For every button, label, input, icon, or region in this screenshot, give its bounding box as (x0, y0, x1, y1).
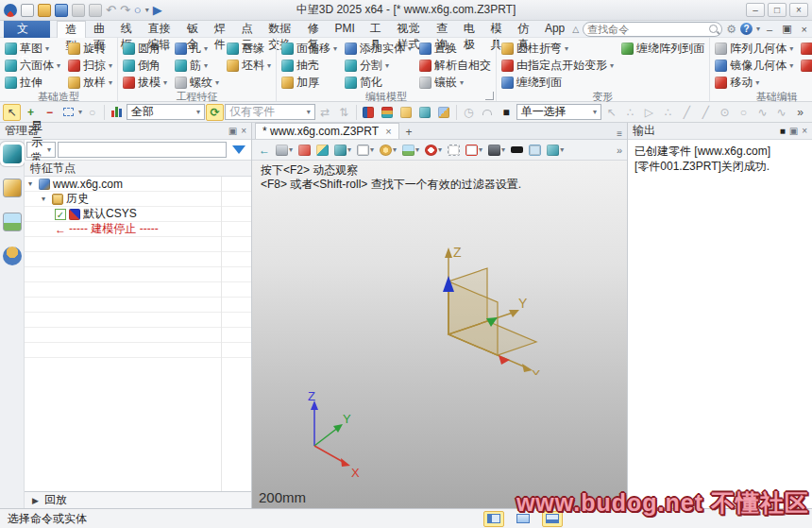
tree-column-header[interactable]: 特征节点 (25, 161, 251, 177)
fillet-button[interactable]: 圆角▾ (121, 40, 169, 57)
erase-icon[interactable] (296, 142, 313, 159)
wrap-pattern-to-face-button[interactable]: 缠绕阵列到面 (619, 40, 706, 57)
file-menu-button[interactable]: 文件(F) (4, 21, 50, 38)
undo-icon[interactable]: ↶ (106, 4, 116, 17)
box-button[interactable]: 六面体▾ (3, 57, 62, 74)
close-button[interactable]: × (789, 3, 808, 17)
display-mode-icon[interactable]: ▾ (332, 142, 353, 159)
stop-record-icon[interactable]: ■ (498, 104, 516, 121)
output-float-button[interactable]: ▣ (789, 126, 798, 136)
graphics-canvas[interactable]: 按下<F2> 动态观察 <F8> 或者<Shift-roll> 查找下一个有效的… (252, 161, 627, 508)
replace-button[interactable]: 置换 (417, 40, 493, 57)
lip-button[interactable]: 唇缘 (225, 40, 273, 57)
move-button[interactable]: 移动▾ (713, 74, 795, 91)
tree-row-csys[interactable]: ✓ 默认CSYS (25, 207, 251, 222)
face-offset-button[interactable]: 面偏移▾ (279, 40, 339, 57)
history-clock-icon[interactable]: ◷ (460, 104, 478, 121)
divide-button[interactable]: 分割▾ (343, 57, 414, 74)
lasso-select-icon[interactable]: ○ (83, 104, 101, 121)
pattern-geometry-button[interactable]: 阵列几何体▾ (713, 40, 795, 57)
tab-sheet-metal[interactable]: 钣金 (179, 21, 207, 38)
open-file-button[interactable] (38, 4, 51, 17)
spline-tool-icon[interactable]: ∿ (753, 104, 771, 121)
tab-tools[interactable]: 工具 (363, 21, 390, 38)
revolve-button[interactable]: 旋转 (66, 40, 114, 57)
regen-icon[interactable]: ○ (134, 4, 142, 17)
tab-inquire[interactable]: 查询 (429, 21, 456, 38)
checkbox-checked-icon[interactable]: ✓ (55, 209, 66, 220)
layers-icon[interactable] (379, 104, 397, 121)
circle-center-tool-icon[interactable]: ⊙ (716, 104, 734, 121)
tab-close-icon[interactable]: × (385, 126, 391, 137)
dialog-launcher-icon[interactable] (485, 92, 494, 100)
filter-all-combo[interactable]: 全部▾ (127, 104, 205, 120)
tab-visual-style[interactable]: 视觉样式 (390, 21, 429, 38)
toolbar-overflow-icon[interactable]: » (791, 104, 809, 121)
role-manager-icon[interactable] (3, 247, 22, 265)
bookmark-icon[interactable] (360, 104, 378, 121)
new-file-button[interactable] (21, 4, 34, 17)
quick-play-icon[interactable]: ▶ (153, 4, 162, 17)
exit-view-icon[interactable]: ← (257, 142, 272, 159)
history-manager-icon[interactable] (3, 145, 22, 163)
display-mode-combo[interactable]: 显示常用▾ (26, 142, 56, 158)
tree-row-modeling-stop[interactable]: ← ----- 建模停止 ----- (25, 222, 251, 237)
visual-manager-icon[interactable] (3, 213, 22, 231)
expander-icon[interactable]: ▾ (28, 179, 36, 188)
settings-gear-icon[interactable]: ⚙ (726, 23, 736, 36)
new-tab-button[interactable]: + (399, 126, 419, 139)
csys-triad[interactable]: Z Y X (403, 238, 568, 375)
line-tool-icon[interactable]: ╱ (678, 104, 696, 121)
deform-from-point-button[interactable]: 由指定点开始变形▾ (499, 57, 616, 74)
help-icon[interactable]: ? (740, 23, 753, 35)
minimize-button[interactable]: – (746, 3, 765, 17)
tab-shape[interactable]: 造型 (57, 21, 86, 38)
thicken-button[interactable]: 加厚 (279, 74, 339, 91)
gallery-icon[interactable] (435, 104, 453, 121)
chevron-down-icon[interactable]: ▾ (145, 6, 149, 14)
layer-folder-icon[interactable] (398, 104, 415, 121)
restore-button[interactable]: □ (768, 3, 787, 17)
align-plane-icon[interactable]: ▾ (464, 142, 484, 159)
x-axis-cone[interactable] (499, 355, 510, 365)
shade-box-icon[interactable] (314, 142, 330, 159)
assembly-manager-icon[interactable] (3, 179, 22, 197)
extrude-button[interactable]: 拉伸 (3, 74, 62, 91)
tab-mold[interactable]: 模具 (482, 21, 510, 38)
edge-display-icon[interactable] (509, 142, 525, 159)
chevron-down-icon[interactable]: ▾ (78, 108, 82, 116)
toggle-manager-panel-icon[interactable] (483, 511, 504, 527)
filter-funnel-icon[interactable] (232, 145, 245, 154)
tab-surface[interactable]: 曲面 (86, 21, 113, 38)
shadow-mode-icon[interactable]: ▾ (486, 142, 507, 159)
manager-float-button[interactable]: ▣ (228, 126, 237, 136)
expander-icon[interactable]: ▾ (42, 195, 49, 203)
tab-overflow-icon[interactable]: ≡ (612, 128, 627, 139)
playback-bar[interactable]: ▶ 回放 (25, 491, 251, 508)
point-snap-icon[interactable]: ∴ (621, 104, 639, 121)
add-solid-button[interactable]: 添加实体▾ (343, 40, 414, 57)
save-button[interactable] (55, 4, 68, 17)
tab-electrode[interactable]: 电极 (456, 21, 483, 38)
manager-close-button[interactable]: × (241, 126, 246, 136)
output-dock-icon[interactable]: ■ (780, 126, 786, 136)
tab-simulation[interactable]: 仿真 (510, 21, 537, 38)
tab-pmi[interactable]: PMI (327, 21, 362, 38)
wireframe-icon[interactable]: ▾ (355, 142, 376, 159)
command-search-input[interactable] (587, 24, 709, 35)
thread-button[interactable]: 螺纹▾ (173, 74, 221, 91)
redo-icon[interactable]: ↷ (120, 4, 130, 17)
tree-row-history[interactable]: ▾ 历史 (25, 192, 251, 207)
inlay-button[interactable]: 镶嵌▾ (417, 74, 493, 91)
pick-disabled-icon[interactable]: ↖ (602, 104, 620, 121)
scale-button[interactable]: 缩放 (799, 57, 812, 74)
swap-horizontal-icon[interactable]: ⇄ (316, 104, 334, 121)
output-close-button[interactable]: × (802, 126, 807, 136)
shell-button[interactable]: 抽壳 (279, 57, 339, 74)
open-multi-button[interactable] (72, 4, 85, 17)
tree-search-input[interactable] (58, 142, 227, 158)
pick-mode-combo[interactable]: 单一选择▾ (516, 104, 601, 120)
output-log[interactable]: 已创建零件 [www.x6g.com] [零件001.Z3PRT]关闭成功. (628, 140, 812, 508)
circle-tool-icon[interactable]: ○ (735, 104, 753, 121)
view-toolbar-overflow-icon[interactable]: » (617, 145, 622, 156)
